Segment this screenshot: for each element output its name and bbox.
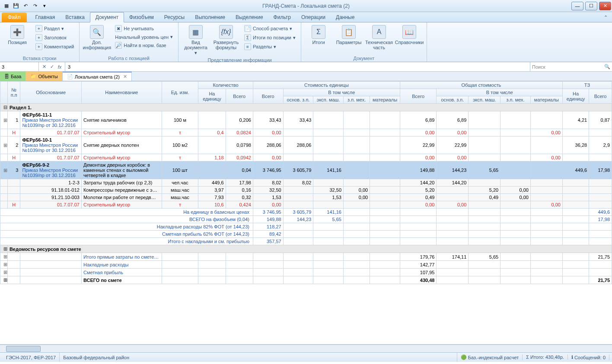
razdel-button[interactable]: +Раздел ▾ xyxy=(34,24,76,33)
table-row[interactable]: ⊞ 2 ФЕРр56-10-1Приказ Минстроя России №1… xyxy=(0,136,612,154)
ribbon: ➕ Позиция +Раздел ▾ +Заголовок +Коммента… xyxy=(0,22,612,62)
dopinfo-button[interactable]: 🔍 Доп. информация xyxy=(83,24,111,51)
status-region: Базовый федеральный район xyxy=(60,353,457,362)
itogi-po-pozicii-button[interactable]: ΣИтоги по позиции ▾ xyxy=(242,33,297,42)
vid-dokumenta-button[interactable]: ▦ Вид документа ▾ xyxy=(182,24,210,57)
expand-icon[interactable]: ⊞ xyxy=(2,168,7,173)
table-row[interactable]: ⊞ ВСЕГО по смете 430,4821,75 xyxy=(0,276,612,284)
table-row[interactable]: Н 01.7.07.07 Строительный мусор т0,40,08… xyxy=(0,129,612,136)
expand-icon[interactable]: ⊞ xyxy=(2,142,7,148)
table-row[interactable]: Н 01.7.07.07 Строительный мусор т1,180,0… xyxy=(0,154,612,161)
maximize-button[interactable]: ☐ xyxy=(585,2,597,10)
summary-row[interactable]: Итого с накладными и см. прибылью 357,57 xyxy=(0,238,612,245)
nachalnyy-uroven-button[interactable]: Начальный уровень цен ▾ xyxy=(113,33,175,41)
table-row[interactable]: 91.21.10-003 Молотки при работе от перед… xyxy=(0,194,612,201)
grid-area[interactable]: № п.п Обоснование Наименование Ед. изм. … xyxy=(0,81,612,345)
expand-icon[interactable]: ⊞ xyxy=(2,269,7,275)
table-row[interactable]: ⊞ 1 ФЕРр56-11-1Приказ Минстроя России №1… xyxy=(0,111,612,129)
naiti-button[interactable]: 🔎Найти в норм. базе xyxy=(113,41,175,50)
qat-save-icon[interactable]: 💾 xyxy=(12,2,20,10)
tab-active-doc[interactable]: 📄Локальная смета (2)✕ xyxy=(63,72,132,81)
status-messages[interactable]: ℹ Сообщений: 0 xyxy=(568,355,609,360)
tab-vstavka[interactable]: Вставка xyxy=(60,13,90,22)
vedomost-title-row[interactable]: ⊞Ведомость ресурсов по смете xyxy=(0,245,612,253)
accept-icon[interactable]: ✓ xyxy=(48,64,55,70)
fx-icon[interactable]: fx xyxy=(56,64,63,70)
spravochniki-button[interactable]: 📖Справочники xyxy=(395,24,423,46)
plus-icon: + xyxy=(35,34,42,41)
table-row[interactable]: ⊞ 3 ФЕРр56-9-2Приказ Минстроя России №10… xyxy=(0,161,612,179)
parametry-button[interactable]: 📋Параметры xyxy=(335,24,363,46)
cell-reference[interactable]: 3 xyxy=(0,62,39,71)
expand-icon[interactable]: ⊞ xyxy=(2,254,7,260)
table-row[interactable]: 91.18.01-012 Компрессоры передвижные с э… xyxy=(0,187,612,194)
col-edizm[interactable]: Ед. изм. xyxy=(162,82,198,104)
search-icon[interactable]: 🔍 xyxy=(604,64,610,70)
list-icon: ≡ xyxy=(244,43,251,50)
col-obsh[interactable]: Общая стоимость xyxy=(400,82,562,89)
close-button[interactable]: ✕ xyxy=(599,2,611,10)
tab-filtr[interactable]: Фильтр xyxy=(268,13,296,22)
col-npp[interactable]: № п.п xyxy=(7,82,20,104)
razdely-button[interactable]: ≡Разделы ▾ xyxy=(242,42,297,51)
minimize-button[interactable]: — xyxy=(571,2,583,10)
qat-grid-icon[interactable]: ▦ xyxy=(3,2,10,10)
status-calc[interactable]: 🟢 Баз.-индексный расчет xyxy=(457,355,523,360)
tab-vypolnenie[interactable]: Выполнение xyxy=(190,13,230,22)
summary-row[interactable]: Накладные расходы 82% ФОТ (от 144,23) 11… xyxy=(0,223,612,231)
kommentariy-button[interactable]: +Комментарий xyxy=(34,42,76,51)
neuchityvat-button[interactable]: ✖Не учитывать xyxy=(113,24,175,33)
sposob-rascheta-button[interactable]: 📄Способ расчета ▾ xyxy=(242,24,297,33)
summary-row[interactable]: Сметная прибыль 62% ФОТ (от 144,23) 89,4… xyxy=(0,231,612,238)
tab-resursy[interactable]: Ресурсы xyxy=(159,13,190,22)
expand-icon[interactable]: ⊞ xyxy=(2,246,7,252)
estimate-grid[interactable]: № п.п Обоснование Наименование Ед. изм. … xyxy=(0,81,612,284)
tab-obekty[interactable]: 📁Объекты xyxy=(26,72,62,81)
table-row[interactable]: Н 01.7.07.07 Строительный мусор т10,60,4… xyxy=(0,201,612,209)
status-itogo[interactable]: Σ Итого: 430,48р. xyxy=(523,355,568,360)
table-row[interactable]: ⊞ Накладные расходы 142,77 xyxy=(0,261,612,269)
cancel-icon[interactable]: ✕ xyxy=(41,64,48,70)
fx-icon: {fx} xyxy=(219,25,233,39)
table-row[interactable]: 1-2-3 Затраты труда рабочих (ср 2,3) чел… xyxy=(0,179,612,187)
close-tab-icon[interactable]: ✕ xyxy=(123,74,127,79)
tab-baza[interactable]: 🗄База xyxy=(0,72,26,81)
tab-dannye[interactable]: Данные xyxy=(331,13,360,22)
col-kolvo[interactable]: Количество xyxy=(198,82,253,89)
expand-icon[interactable]: ⊞ xyxy=(2,277,7,283)
horizontal-scrollbar[interactable] xyxy=(0,345,612,352)
table-row[interactable]: ⊞ Сметная прибыль 107,95 xyxy=(0,269,612,276)
file-tab[interactable]: Файл xyxy=(2,13,27,22)
qat-redo-icon[interactable]: ↷ xyxy=(31,2,39,10)
collapse-icon[interactable]: ⊟ xyxy=(2,104,7,110)
summary-row[interactable]: На единицу в базисных ценах 3 746,953 60… xyxy=(0,209,612,216)
scroll-thumb[interactable] xyxy=(6,346,41,352)
qat-dropdown-icon[interactable]: ▾ xyxy=(41,2,48,10)
tab-dokument[interactable]: Документ xyxy=(90,12,124,22)
search-box[interactable]: Поиск 🔍 xyxy=(530,62,612,71)
sum-icon: Σ xyxy=(244,34,251,41)
help-icon[interactable]: ⌃ xyxy=(599,13,612,22)
poziciya-button[interactable]: ➕ Позиция xyxy=(3,24,31,46)
section-row[interactable]: ⊟Раздел 1. xyxy=(0,104,612,111)
table-row[interactable]: ⊞ Итого прямые затраты по смете в базисн… xyxy=(0,253,612,261)
zagolovok-button[interactable]: +Заголовок xyxy=(34,33,76,42)
formula-bar: 3 ✕ ✓ fx 3 Поиск 🔍 xyxy=(0,62,612,72)
tab-operacii[interactable]: Операции xyxy=(296,13,331,22)
col-obosn[interactable]: Обоснование xyxy=(20,82,81,104)
col-naim[interactable]: Наименование xyxy=(81,82,162,104)
qat-undo-icon[interactable]: ↶ xyxy=(22,2,29,10)
col-stoimed[interactable]: Стоимость единицы xyxy=(253,82,400,89)
expand-icon[interactable]: ⊞ xyxy=(2,262,7,267)
ribbon-tabs: Файл Главная Вставка Документ Физобъем Р… xyxy=(0,12,612,22)
summary-row[interactable]: ВСЕГО на физобъем (0,04) 149,88144,235,6… xyxy=(0,216,612,223)
tech-chast-button[interactable]: AТехническая часть xyxy=(365,24,393,51)
itogi-button[interactable]: ΣИтоги xyxy=(305,24,332,46)
tab-glavnaya[interactable]: Главная xyxy=(30,13,61,22)
tab-fizobem[interactable]: Физобъем xyxy=(124,13,159,22)
razvernut-formuly-button[interactable]: {fx} Развернуть формулы xyxy=(212,24,240,51)
formula-input[interactable]: 3 xyxy=(65,64,530,70)
col-tz[interactable]: ТЗ xyxy=(562,82,612,89)
tab-vydelenie[interactable]: Выделение xyxy=(230,13,268,22)
expand-icon[interactable]: ⊞ xyxy=(2,117,7,123)
